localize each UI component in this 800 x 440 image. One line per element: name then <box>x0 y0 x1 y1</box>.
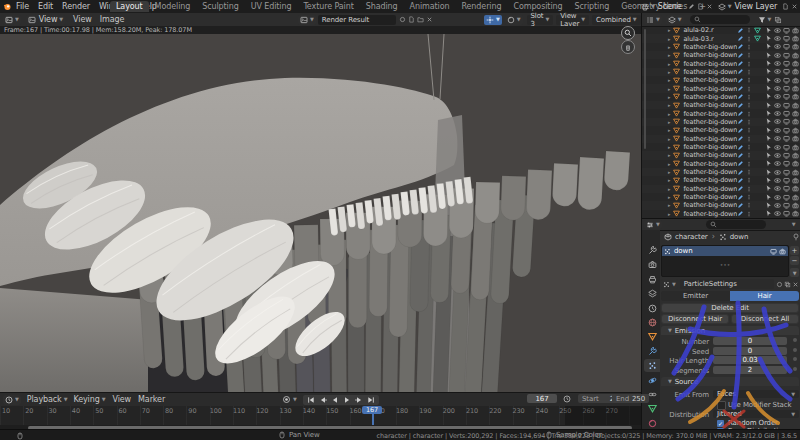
menu-edit[interactable]: Edit <box>38 2 53 11</box>
pass-dropdown[interactable]: Combined▼ <box>592 15 641 25</box>
expand-icon[interactable]: ▸ <box>668 194 670 200</box>
scene-name[interactable]: Scene <box>658 2 682 11</box>
viewport-disable-toggle[interactable] <box>783 102 790 109</box>
outliner-row[interactable]: ▸feather-big-down-top-11.r <box>642 126 800 134</box>
editor-type-button[interactable]: ▼ <box>3 15 21 25</box>
selectable-toggle[interactable] <box>765 68 772 75</box>
object-name[interactable]: feather-big-down-top-19.r <box>683 193 737 201</box>
viewport-disable-toggle[interactable] <box>783 60 790 67</box>
object-name[interactable]: feather-big-down-top-12.r <box>683 135 737 143</box>
viewport-disable-toggle[interactable] <box>783 110 790 117</box>
copies-icon[interactable] <box>784 281 791 288</box>
distribution-dropdown[interactable]: Jittered▼ <box>713 410 799 418</box>
emit-from-dropdown[interactable]: Faces▼ <box>713 390 799 398</box>
menu-view[interactable]: View <box>112 395 131 404</box>
selectable-toggle[interactable] <box>765 152 772 159</box>
viewport-disable-toggle[interactable] <box>783 85 790 92</box>
outliner-row[interactable]: ▸feather-big-down-top-04.r <box>642 68 800 76</box>
hide-toggle[interactable] <box>774 135 781 142</box>
outliner-row[interactable]: ▸feather-big-down-top-03.r <box>642 59 800 67</box>
hide-toggle[interactable] <box>774 152 781 159</box>
scene-icon[interactable] <box>641 3 649 11</box>
selectable-toggle[interactable] <box>765 144 772 151</box>
object-name[interactable]: feather-big-down-top-14.r <box>683 151 737 159</box>
object-name[interactable]: feather-big-down-top-13.r <box>683 143 737 151</box>
outliner-row[interactable]: ▸feather-big-down-top-18.r <box>642 185 800 193</box>
disconnect-all-button[interactable]: Disconnect All <box>731 314 799 324</box>
hide-toggle[interactable] <box>774 52 781 59</box>
delete-edit-button[interactable]: Delete Edit <box>661 303 799 313</box>
new-view-layer-icon[interactable] <box>782 3 789 10</box>
expand-icon[interactable]: ▸ <box>668 111 670 117</box>
breadcrumb-object[interactable]: character <box>675 233 708 241</box>
hide-toggle[interactable] <box>774 110 781 117</box>
render-disable-toggle[interactable] <box>792 27 799 34</box>
render-disable-toggle[interactable] <box>792 169 799 176</box>
unlink-image-icon[interactable] <box>426 16 433 23</box>
expand-icon[interactable]: ▸ <box>668 144 670 150</box>
hide-toggle[interactable] <box>774 93 781 100</box>
outliner-row[interactable]: ▸feather-big-down-top-08.r <box>642 101 800 109</box>
viewport-disable-toggle[interactable] <box>783 210 790 217</box>
viewport-disable-toggle[interactable] <box>783 77 790 84</box>
outliner-row[interactable]: ▸feather-big-down-top-17.r <box>642 176 800 184</box>
outliner-row[interactable]: ▸feather-big-down-top-19.r <box>642 193 800 201</box>
render-disable-toggle[interactable] <box>792 60 799 67</box>
expand-icon[interactable]: ▸ <box>668 86 670 92</box>
hide-toggle[interactable] <box>774 160 781 167</box>
outliner-row[interactable]: ▸feather-big-down-top-13.r <box>642 143 800 151</box>
expand-icon[interactable]: ▸ <box>668 44 670 50</box>
viewport-disable-toggle[interactable] <box>783 68 790 75</box>
object-name[interactable]: feather-big-down-top-01.r <box>683 43 737 51</box>
outliner-row[interactable]: ▸feather-big-down-top-14.r <box>642 151 800 159</box>
world-tab[interactable] <box>644 316 660 329</box>
expand-icon[interactable]: ▸ <box>668 61 670 67</box>
properties-editor-type-button[interactable]: ▼ <box>644 220 662 229</box>
workspace-tab-compositing[interactable]: Compositing <box>507 1 568 12</box>
list-grip[interactable]: ••• <box>662 256 788 274</box>
hide-toggle[interactable] <box>774 43 781 50</box>
expand-icon[interactable]: ▸ <box>668 202 670 208</box>
viewport-disable-toggle[interactable] <box>783 127 790 134</box>
chevron-down-icon[interactable]: ▼ <box>293 397 297 402</box>
image-mode-dropdown[interactable]: View▼ <box>26 15 65 25</box>
outliner-row[interactable]: ▸feather-big-down-top-16.r <box>642 168 800 176</box>
workspace-tab-layout[interactable]: Layout <box>110 1 149 12</box>
render-disable-toggle[interactable] <box>792 127 799 134</box>
viewport-disable-toggle[interactable] <box>783 52 790 59</box>
expand-icon[interactable]: ▸ <box>668 102 670 108</box>
filter-options-icon[interactable] <box>774 16 782 24</box>
outliner-row[interactable]: ▸alula-02.r <box>642 26 800 34</box>
selectable-toggle[interactable] <box>765 135 772 142</box>
hide-toggle[interactable] <box>774 127 781 134</box>
object-name[interactable]: feather-big-down-top-07.r <box>683 93 737 101</box>
hide-toggle[interactable] <box>774 102 781 109</box>
workspace-tab-texture-paint[interactable]: Texture Paint <box>297 1 359 12</box>
hide-toggle[interactable] <box>774 194 781 201</box>
selectable-toggle[interactable] <box>765 85 772 92</box>
render-disable-toggle[interactable] <box>792 177 799 184</box>
viewport-disable-toggle[interactable] <box>783 185 790 192</box>
workspace-tab-modeling[interactable]: Modeling <box>149 1 197 12</box>
hide-toggle[interactable] <box>774 185 781 192</box>
monitor-icon[interactable] <box>770 248 777 255</box>
jump-start-button[interactable] <box>305 396 317 404</box>
tab-hair[interactable]: Hair <box>730 291 799 301</box>
render-tab[interactable] <box>644 258 660 271</box>
hide-toggle[interactable] <box>774 144 781 151</box>
animate-property-dot[interactable] <box>793 348 797 352</box>
render-disable-toggle[interactable] <box>792 202 799 209</box>
viewport-disable-toggle[interactable] <box>783 169 790 176</box>
frame-ruler[interactable]: 1020304050607080901001101201301401501601… <box>0 406 641 425</box>
object-name[interactable]: feather-big-down-top-16.r <box>683 168 737 176</box>
outliner-row[interactable]: ▸feather-big-down-top-05.r <box>642 76 800 84</box>
slot-dropdown[interactable]: Slot 3▼ <box>527 15 554 25</box>
expand-icon[interactable]: ▸ <box>668 52 670 58</box>
outliner-row[interactable]: ▸feather-big-down-top-10.r <box>642 118 800 126</box>
layer-dropdown[interactable]: View Layer▼ <box>556 15 589 25</box>
animate-property-dot[interactable] <box>793 357 797 361</box>
selectable-toggle[interactable] <box>765 60 772 67</box>
expand-icon[interactable]: ▸ <box>668 27 670 33</box>
menu-keying[interactable]: Keying <box>73 395 99 404</box>
hide-toggle[interactable] <box>774 85 781 92</box>
